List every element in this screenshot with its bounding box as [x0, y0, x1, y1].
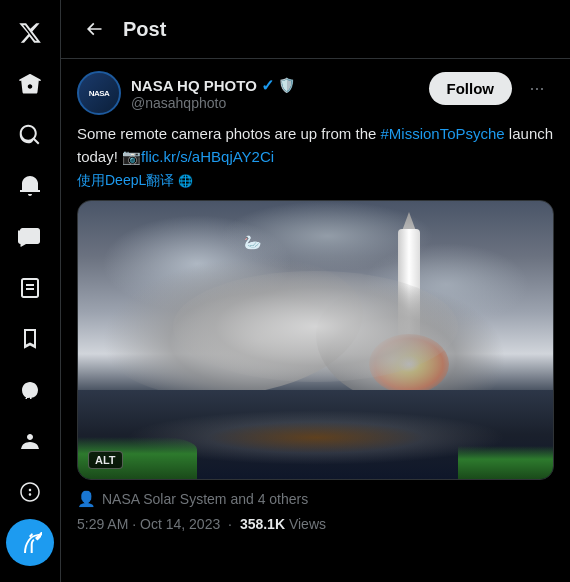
header: Post [61, 0, 570, 59]
back-button[interactable] [77, 12, 111, 46]
sidebar-item-notifications[interactable] [6, 163, 54, 210]
gov-badge: 🛡️ [278, 77, 295, 93]
separator-dot: · [228, 516, 232, 532]
main-content: Post NASA HQ PHOTO ✓ 🛡️ @nasahqphoto Fol… [60, 0, 570, 582]
author-name: NASA HQ PHOTO [131, 77, 257, 94]
header-title: Post [123, 18, 166, 41]
sidebar-item-bookmarks[interactable] [6, 315, 54, 362]
author-handle: @nasahqphoto [131, 95, 295, 111]
sidebar-item-search[interactable] [6, 112, 54, 159]
sidebar-item-more[interactable] [6, 468, 54, 515]
smoke-center [173, 271, 458, 382]
author-row: NASA HQ PHOTO ✓ 🛡️ @nasahqphoto Follow ·… [77, 71, 554, 115]
translate-line: 使用DeepL翻译 🌐 [77, 172, 554, 190]
hashtag-mission-to-psyche[interactable]: #MissionToPsyche [380, 125, 504, 142]
likes-icon: 👤 [77, 490, 96, 508]
sidebar-item-home[interactable] [6, 61, 54, 108]
translate-link[interactable]: 使用DeepL翻译 [77, 172, 174, 188]
bird: 🦢 [244, 234, 261, 250]
author-left: NASA HQ PHOTO ✓ 🛡️ @nasahqphoto [77, 71, 295, 115]
sidebar-item-profile[interactable] [6, 417, 54, 464]
timestamp: 5:29 AM · Oct 14, 2023 [77, 516, 220, 532]
sidebar-item-lists[interactable] [6, 265, 54, 312]
views-count: 358.1K [240, 516, 285, 532]
likes-text[interactable]: NASA Solar System and 4 others [102, 491, 308, 507]
sidebar-item-communities[interactable] [6, 366, 54, 413]
meta-row: 5:29 AM · Oct 14, 2023 · 358.1K Views [77, 516, 554, 532]
sidebar [0, 0, 60, 582]
post-container: NASA HQ PHOTO ✓ 🛡️ @nasahqphoto Follow ·… [61, 59, 570, 548]
rocket-scene: 🦢 [78, 201, 553, 479]
post-link[interactable]: flic.kr/s/aHBqjAY2Ci [141, 148, 274, 165]
sidebar-item-messages[interactable] [6, 214, 54, 261]
post-image[interactable]: 🦢 ALT [77, 200, 554, 480]
verified-badge: ✓ [261, 76, 274, 95]
sidebar-item-x-logo[interactable] [6, 10, 54, 57]
more-options-button[interactable]: ··· [520, 71, 554, 105]
follow-button[interactable]: Follow [429, 72, 513, 105]
likes-row: 👤 NASA Solar System and 4 others [77, 490, 554, 508]
avatar[interactable] [77, 71, 121, 115]
author-info: NASA HQ PHOTO ✓ 🛡️ @nasahqphoto [131, 76, 295, 111]
translate-dot: 🌐 [178, 174, 193, 188]
post-text: Some remote camera photos are up from th… [77, 123, 554, 168]
author-right: Follow ··· [429, 71, 555, 105]
grass-right [458, 446, 553, 479]
views-label: Views [289, 516, 326, 532]
alt-badge[interactable]: ALT [88, 451, 123, 469]
author-name-row: NASA HQ PHOTO ✓ 🛡️ [131, 76, 295, 95]
sidebar-item-compose[interactable] [6, 519, 54, 566]
